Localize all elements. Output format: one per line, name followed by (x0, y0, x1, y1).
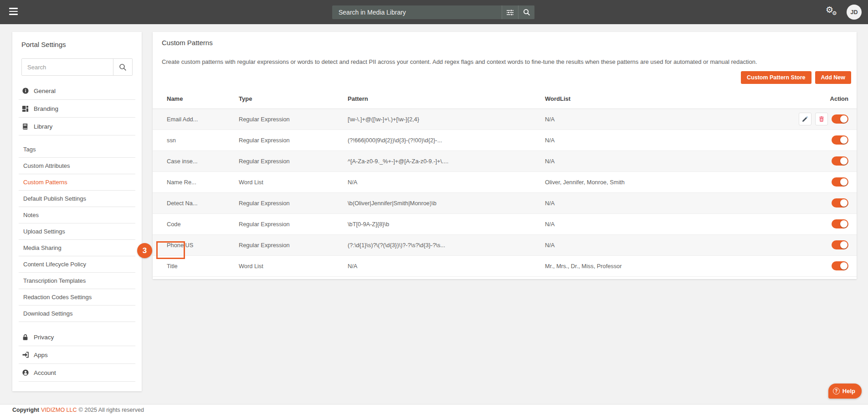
sidebar-item-custom-patterns[interactable]: Custom Patterns (19, 174, 135, 191)
custom-pattern-store-button[interactable]: Custom Pattern Store (741, 71, 812, 84)
table-row: Case inse... Regular Expression ^[A-Za-z… (153, 150, 857, 171)
enable-toggle[interactable] (832, 198, 848, 208)
add-new-button[interactable]: Add New (815, 71, 851, 84)
branding-icon (21, 105, 29, 113)
sidebar-item-label: General (34, 88, 56, 94)
sidebar-item-download-settings[interactable]: Download Settings (19, 306, 135, 322)
sidebar-item-label: Default Publish Settings (23, 195, 86, 202)
search-icon (119, 63, 127, 71)
sidebar-item-custom-attributes[interactable]: Custom Attributes (19, 158, 135, 174)
delete-button[interactable] (815, 113, 828, 125)
cell-wordlist: Mr., Mrs., Dr., Miss, Professor (545, 255, 788, 276)
enable-toggle[interactable] (832, 240, 848, 249)
footer: Copyright VIDIZMO LLC © 2025 All rights … (0, 404, 868, 415)
table-row: ssn Regular Expression (?!666|000|9\d{2}… (153, 130, 857, 150)
toolbar: Custom Pattern Store Add New (162, 71, 851, 84)
sidebar-item-upload-settings[interactable]: Upload Settings (19, 223, 135, 240)
sidebar-item-general[interactable]: General (19, 82, 135, 100)
sidebar-item-label: Upload Settings (23, 228, 65, 235)
hamburger-menu-icon[interactable] (9, 8, 19, 16)
enable-toggle[interactable] (832, 219, 848, 228)
cell-wordlist: N/A (545, 234, 788, 255)
cell-pattern: ^[A-Za-z0-9._%+-]+@[A-Za-z0-9.-]+\.... (348, 150, 545, 171)
trash-icon (818, 116, 825, 122)
footer-copyright: Copyright (12, 407, 39, 413)
enable-toggle[interactable] (832, 156, 848, 166)
user-avatar[interactable]: JD (847, 5, 862, 20)
sidebar-item-apps[interactable]: Apps (19, 346, 135, 364)
sidebar-item-label: Content Lifecycle Policy (23, 261, 86, 268)
footer-rights: © 2025 All rights reserved (79, 407, 144, 413)
sidebar-item-privacy[interactable]: Privacy (19, 328, 135, 346)
sidebar-bottom-group: Privacy Apps Account (12, 328, 142, 382)
search-filter-button[interactable] (502, 5, 518, 19)
cell-name: ssn (153, 130, 239, 150)
sidebar-item-label: Custom Patterns (23, 179, 67, 186)
enable-toggle[interactable] (832, 177, 848, 187)
step-badge: 3 (137, 243, 152, 258)
sidebar-item-label: Redaction Codes Settings (23, 294, 92, 301)
media-library-search (332, 5, 534, 19)
sidebar-item-content-lifecycle-policy[interactable]: Content Lifecycle Policy (19, 256, 135, 273)
sidebar-item-label: Custom Attributes (23, 162, 70, 169)
sidebar-title: Portal Settings (12, 39, 142, 52)
help-button[interactable]: ? Help (828, 384, 862, 399)
cell-name: Case inse... (153, 150, 239, 171)
settings-gears-icon[interactable]: ⚙⚙ (826, 5, 839, 19)
sidebar-item-redaction-codes-settings[interactable]: Redaction Codes Settings (19, 289, 135, 306)
enable-toggle[interactable] (832, 114, 848, 124)
sidebar-item-branding[interactable]: Branding (19, 100, 135, 118)
cell-type: Regular Expression (239, 213, 348, 234)
book-icon (21, 123, 29, 130)
enable-toggle[interactable] (832, 261, 848, 270)
sidebar-search-input[interactable] (22, 59, 113, 75)
sidebar-item-label: Branding (34, 105, 58, 112)
cell-pattern: (?!666|000|9\d{2})\d{3}-(?!00)\d{2}-... (348, 130, 545, 150)
sidebar-item-label: Notes (23, 212, 39, 218)
column-header-pattern: Pattern (348, 89, 545, 109)
footer-company-link[interactable]: VIDIZMO LLC (41, 407, 77, 413)
cell-type: Regular Expression (239, 192, 348, 213)
cell-type: Word List (239, 255, 348, 276)
person-circle-icon (21, 369, 29, 377)
sidebar-item-media-sharing[interactable]: Media Sharing (19, 240, 135, 256)
table-row: Phone US Regular Expression (?:\d{1}\s)?… (153, 234, 857, 255)
cell-type: Regular Expression (239, 234, 348, 255)
cell-name: Code (153, 213, 239, 234)
tune-icon (506, 9, 514, 16)
patterns-table: Name Type Pattern WordList Action Email … (153, 89, 857, 277)
sidebar-menu: General Branding Library Tags Custom Att… (12, 82, 142, 382)
search-icon (523, 9, 530, 16)
sidebar-search-button[interactable] (113, 59, 132, 75)
cell-wordlist: N/A (545, 192, 788, 213)
cell-name: Detect Na... (153, 192, 239, 213)
sidebar-item-label: Download Settings (23, 310, 72, 317)
lock-icon (21, 333, 29, 341)
table-row: Title Word List N/A Mr., Mrs., Dr., Miss… (153, 255, 857, 276)
cell-pattern: (?:\d{1}\s)?\(?(\d{3})\)?-?\s?\d{3}-?\s.… (348, 234, 545, 255)
page-body: Portal Settings General Branding (0, 24, 868, 415)
highlight-rectangle (156, 241, 185, 259)
cell-wordlist: N/A (545, 213, 788, 234)
sidebar-item-default-publish-settings[interactable]: Default Publish Settings (19, 191, 135, 207)
cell-type: Regular Expression (239, 109, 348, 130)
edit-button[interactable] (799, 113, 812, 125)
cell-type: Regular Expression (239, 130, 348, 150)
sidebar-item-transcription-templates[interactable]: Transcription Templates (19, 273, 135, 289)
sidebar-item-tags[interactable]: Tags (19, 141, 135, 158)
sidebar-item-account[interactable]: Account (19, 364, 135, 382)
enable-toggle[interactable] (832, 135, 848, 145)
column-header-wordlist: WordList (545, 89, 788, 109)
cell-wordlist: N/A (545, 130, 788, 150)
media-library-search-input[interactable] (332, 5, 502, 19)
sidebar-item-notes[interactable]: Notes (19, 207, 135, 223)
login-arrow-icon (21, 351, 29, 359)
column-header-name: Name (153, 89, 239, 109)
info-icon (21, 87, 29, 95)
sidebar-item-label: Media Sharing (23, 244, 62, 251)
sidebar-item-library[interactable]: Library (19, 118, 135, 135)
column-header-type: Type (239, 89, 348, 109)
search-submit-button[interactable] (518, 5, 534, 19)
cell-wordlist: Oliver, Jennifer, Monroe, Smith (545, 171, 788, 192)
table-row: Email Add... Regular Expression [\w-\.]+… (153, 109, 857, 130)
